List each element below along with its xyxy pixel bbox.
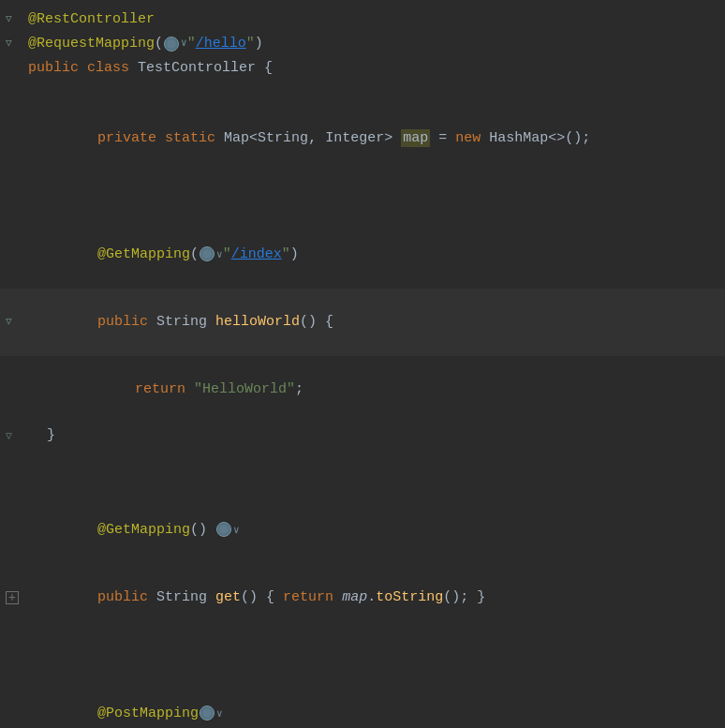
annotation-post-mapping: @PostMapping: [97, 706, 199, 721]
globe-icon-3: [216, 522, 231, 537]
line-blank-5: [0, 472, 725, 497]
type-integer: Integer: [325, 130, 384, 146]
line-get-method: + public String get() { return map.toStr…: [0, 564, 725, 631]
string-hello: "/hello": [187, 33, 255, 55]
globe-icon-2: [200, 246, 215, 261]
kw-return-2: return: [283, 589, 333, 605]
code-editor: ▽ @RestController ▽ @RequestMapping(∨"/h…: [0, 0, 725, 728]
line-blank-3: [0, 197, 725, 221]
chevron-1: ∨: [181, 36, 187, 52]
kw-public-3: public: [97, 589, 148, 605]
line-blank-7: [0, 656, 725, 680]
line-return-hello: return "HelloWorld";: [0, 356, 725, 423]
line-blank-4: [0, 448, 725, 472]
string-index: "/index": [223, 246, 290, 262]
annotation-rest-controller: @RestController: [28, 8, 155, 31]
method-get: get: [215, 589, 241, 605]
line-field: private static Map<String, Integer> map …: [0, 105, 725, 172]
type-string-3: String: [156, 589, 207, 605]
chevron-4: ∨: [216, 708, 223, 720]
line-get-mapping-index: @GetMapping(∨"/index"): [0, 221, 725, 289]
line-3: public class TestController {: [0, 56, 725, 81]
type-string-2: String: [156, 314, 207, 330]
line-blank-1: [0, 81, 725, 105]
kw-private: private: [97, 130, 156, 146]
line-blank-6: [0, 631, 725, 656]
method-hello-world: helloWorld: [215, 314, 300, 330]
line-closing-brace-hello: △ }: [0, 423, 725, 448]
collapse-icon-1[interactable]: ▽: [6, 11, 12, 28]
kw-public: public: [28, 57, 79, 80]
collapse-icon-2[interactable]: ▽: [6, 36, 12, 52]
line-post-mapping: @PostMapping∨: [0, 680, 725, 728]
kw-class: class: [87, 57, 129, 80]
var-map-ref: map: [342, 589, 367, 605]
line-hello-world-decl: ▽ public String helloWorld() {: [0, 289, 725, 356]
collapse-icon-9[interactable]: ▽: [6, 314, 12, 331]
kw-return: return: [135, 381, 185, 397]
class-name-test-controller: TestController: [138, 57, 256, 80]
annotation-get-mapping: @GetMapping: [97, 522, 190, 538]
paren-open: (: [155, 33, 163, 55]
type-hashmap: HashMap: [489, 130, 548, 146]
line-1: ▽ @RestController: [0, 7, 725, 32]
kw-public-2: public: [97, 314, 148, 330]
line-2: ▽ @RequestMapping(∨"/hello"): [0, 32, 725, 56]
type-string-1: String: [258, 130, 308, 146]
kw-new: new: [455, 130, 481, 146]
method-to-string: toString: [376, 589, 443, 605]
kw-static: static: [165, 130, 215, 146]
type-map: Map: [224, 130, 249, 146]
string-hello-world: "HelloWorld": [194, 381, 295, 397]
annotation-request-mapping: @RequestMapping: [28, 33, 155, 55]
chevron-3: ∨: [233, 525, 240, 536]
plus-icon-1[interactable]: +: [6, 591, 19, 604]
paren-close: ): [255, 33, 263, 55]
globe-icon-4: [200, 706, 215, 721]
chevron-2: ∨: [216, 249, 223, 260]
line-blank-2: [0, 172, 725, 197]
line-get-mapping: @GetMapping() ∨: [0, 497, 725, 564]
annotation-get-mapping-index: @GetMapping: [97, 246, 190, 262]
collapse-icon-11[interactable]: △: [6, 427, 12, 444]
var-map: map: [401, 129, 430, 147]
globe-icon-1: [164, 37, 179, 52]
